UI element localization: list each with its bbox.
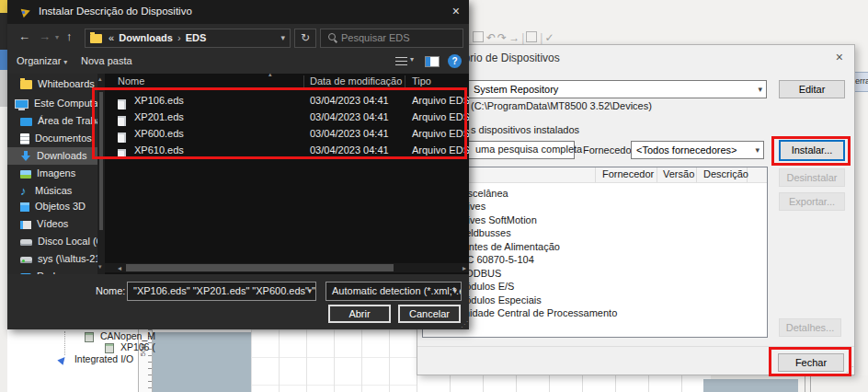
- column-separator[interactable]: [405, 75, 405, 87]
- breadcrumb-downloads[interactable]: Downloads: [119, 32, 173, 43]
- file-row-xp201[interactable]: XP201.eds 03/04/2023 04:41 Arquivo EDS: [105, 109, 469, 125]
- tree-connector: [64, 331, 66, 355]
- cancel-button[interactable]: Cancelar: [398, 305, 461, 323]
- forward-button[interactable]: →: [39, 29, 51, 43]
- category-row[interactable]: ▸Miscelânea: [423, 188, 767, 201]
- sidebar-item-videos[interactable]: Vídeos: [7, 215, 97, 233]
- folder-icon: [90, 34, 102, 43]
- vendor-select[interactable]: <Todos fornecedores> ▾: [631, 141, 764, 159]
- preview-pane-icon[interactable]: [425, 56, 440, 67]
- redo-icon[interactable]: ↷: [497, 31, 508, 44]
- build-check-icon[interactable]: ✓: [544, 31, 555, 44]
- scrollbar-thumb[interactable]: [126, 264, 394, 271]
- file-row-xp600[interactable]: XP600.eds 03/04/2023 04:41 Arquivo EDS: [105, 125, 469, 142]
- column-separator[interactable]: [303, 75, 304, 87]
- tree-item-canopen[interactable]: CANopen_M: [85, 330, 155, 341]
- install-button[interactable]: Instalar...: [779, 140, 845, 161]
- background-sliver: [0, 50, 7, 70]
- resize-grip[interactable]: ⋰: [846, 366, 852, 373]
- scrollbar-thumb[interactable]: [99, 92, 103, 230]
- scroll-up-icon[interactable]: ▴: [98, 75, 102, 83]
- back-button[interactable]: ←: [18, 29, 30, 43]
- column-modified[interactable]: Data de modificação: [310, 75, 402, 86]
- refresh-button[interactable]: ↻: [294, 29, 316, 48]
- scroll-right-icon[interactable]: ▸: [463, 264, 466, 272]
- category-row[interactable]: ▸Fieldbusses: [423, 227, 767, 240]
- column-version[interactable]: Versão: [663, 168, 694, 179]
- tree-item-integrated-io[interactable]: Integrated I/O: [59, 353, 133, 364]
- column-description[interactable]: Descrição: [703, 168, 748, 179]
- category-row[interactable]: ▸Módulos Especiais: [423, 294, 767, 307]
- category-row[interactable]: ▸MODBUS: [423, 268, 767, 281]
- close-icon[interactable]: ×: [836, 50, 843, 64]
- repository-location-select[interactable]: System Repository ▾: [468, 80, 767, 98]
- sidebar-scrollbar[interactable]: ▴ ▾: [97, 74, 105, 274]
- panel-background: [813, 375, 868, 392]
- chevron-down-icon[interactable]: ▾: [410, 55, 414, 63]
- column-name[interactable]: Nome: [118, 75, 144, 86]
- category-row[interactable]: ▸Unidade Central de Processamento: [423, 307, 767, 320]
- column-type[interactable]: Tipo: [412, 75, 431, 86]
- close-icon[interactable]: ×: [452, 4, 460, 18]
- column-vendor[interactable]: Fornecedor: [602, 168, 654, 179]
- search-icon: [328, 33, 336, 40]
- chevron-down-icon: ▾: [452, 282, 457, 300]
- goto-icon[interactable]: →: [508, 31, 521, 44]
- resize-grip[interactable]: ⋰: [461, 321, 467, 328]
- desktop-icon: [20, 118, 32, 126]
- horizontal-scrollbar[interactable]: ◂ ▸: [105, 263, 469, 272]
- sidebar-item-rede[interactable]: Rede: [7, 268, 97, 274]
- category-row[interactable]: ▸IEC 60870-5-104: [423, 254, 767, 267]
- edit-button[interactable]: Editar: [779, 80, 845, 98]
- uninstall-button[interactable]: Desinstalar: [779, 168, 845, 187]
- help-icon[interactable]: ?: [448, 54, 462, 68]
- close-button[interactable]: Fechar: [778, 353, 844, 372]
- sidebar-item-este-computador[interactable]: Este Computador: [7, 95, 97, 112]
- breadcrumb-eds[interactable]: EDS: [186, 32, 207, 43]
- scroll-left-icon[interactable]: ◂: [118, 264, 121, 272]
- page-canvas-strip: [703, 379, 798, 392]
- search-input[interactable]: Pesquisar EDS: [320, 29, 463, 48]
- file-list: Nome ▴ Data de modificação Tipo XP106.ed…: [105, 74, 469, 274]
- side-panel-tab[interactable]: erra: [854, 72, 868, 92]
- dialog-footer: Nome: "XP106.eds" "XP201.eds" "XP600.eds…: [7, 274, 469, 329]
- new-folder-button[interactable]: Nova pasta: [81, 55, 132, 66]
- undo-icon[interactable]: ↶: [486, 31, 497, 44]
- category-row[interactable]: ▸Drives: [423, 201, 767, 213]
- music-icon: ♪: [20, 187, 29, 196]
- export-button[interactable]: Exportar...: [779, 192, 845, 211]
- sidebar-item-whiteboards[interactable]: Whiteboards: [7, 75, 97, 93]
- sidebar-item-objetos-3d[interactable]: Objetos 3D: [7, 198, 97, 215]
- recent-locations-icon[interactable]: ▾: [55, 33, 59, 41]
- vendor-label: Fornecedor: [583, 144, 634, 156]
- view-list-icon[interactable]: [395, 57, 407, 66]
- sidebar-item-disco-local[interactable]: Disco Local (C:): [7, 233, 97, 250]
- category-row[interactable]: ▸Drives SoftMotion: [423, 214, 767, 227]
- file-row-xp106[interactable]: XP106.eds 03/04/2023 04:41 Arquivo EDS: [105, 92, 469, 109]
- sidebar-item-downloads[interactable]: Downloads: [7, 147, 97, 165]
- sidebar-item-area-de-trabalho[interactable]: Área de Trabalho: [7, 112, 97, 130]
- chevron-down-icon: ▾: [758, 81, 762, 98]
- installed-devices-tree[interactable]: Fornecedor Versão Descrição ▸Miscelânea …: [422, 167, 768, 338]
- category-row[interactable]: ▸Fontes de Alimentação: [423, 241, 767, 254]
- address-bar[interactable]: « Downloads › EDS ▾: [85, 29, 291, 48]
- details-button[interactable]: Detalhes...: [779, 318, 841, 337]
- scroll-down-icon[interactable]: ▾: [98, 263, 102, 271]
- sidebar-item-documentos[interactable]: Documentos: [7, 130, 97, 147]
- tree-item-xp106[interactable]: XP106 (: [105, 341, 155, 352]
- chevron-down-icon[interactable]: ▾: [280, 29, 285, 47]
- paste-icon[interactable]: [473, 31, 484, 42]
- pictures-icon: [20, 170, 31, 179]
- up-button[interactable]: ↑: [66, 29, 73, 43]
- open-button[interactable]: Abrir: [328, 305, 391, 323]
- file-row-xp610[interactable]: XP610.eds 03/04/2023 04:41 Arquivo EDS: [105, 142, 469, 158]
- tool-icon[interactable]: [526, 31, 537, 42]
- screen: ↶↷→||✓ erra 500 CANopen_M XP106 ( Integr…: [0, 0, 868, 392]
- sidebar-item-sys-altus[interactable]: sys (\\altus-21) (: [7, 250, 97, 268]
- filename-input[interactable]: "XP106.eds" "XP201.eds" "XP600.eds" "XP6…: [127, 282, 316, 301]
- category-row[interactable]: ▸Módulos E/S: [423, 281, 767, 294]
- organize-menu[interactable]: Organizar ▾: [17, 55, 67, 66]
- dialog-titlebar: Instalar Descrição do Dispositivo ×: [7, 0, 469, 24]
- file-type-select[interactable]: Automatic detection (*.xml;*.e ▾: [326, 282, 462, 301]
- sidebar-item-imagens[interactable]: Imagens: [7, 165, 97, 182]
